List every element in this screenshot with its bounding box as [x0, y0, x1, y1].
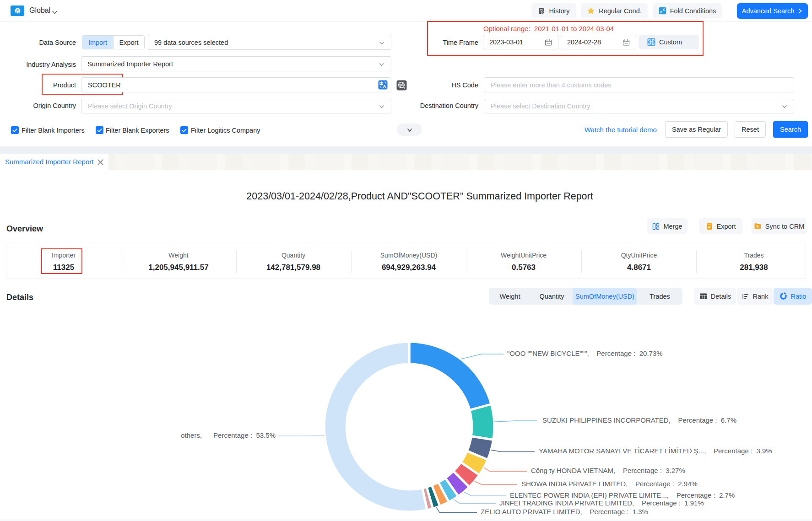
svg-text:A: A: [383, 84, 386, 89]
